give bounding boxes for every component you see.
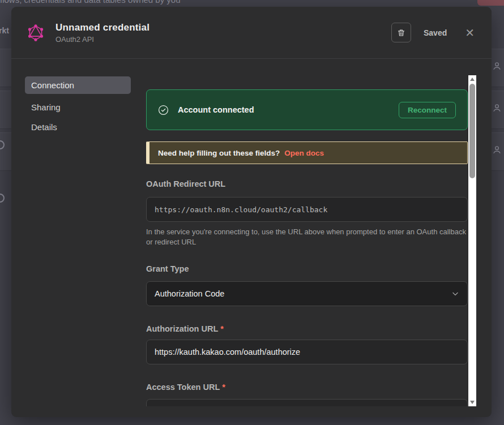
scrollbar-thumb[interactable] <box>469 84 475 178</box>
open-docs-link[interactable]: Open docs <box>284 149 324 157</box>
authorization-url-label: Authorization URL* <box>146 324 224 333</box>
tab-connection[interactable]: Connection <box>25 76 131 94</box>
account-connected-banner: Account connected Reconnect <box>146 89 468 130</box>
docs-notice: Need help filling out these fields? Open… <box>146 141 468 164</box>
credential-modal: Unnamed credential OAuth2 API Saved ✕ Co… <box>11 7 492 417</box>
person-icon <box>492 61 502 71</box>
saved-status: Saved <box>424 28 447 37</box>
background-create-button-fragment <box>477 0 504 6</box>
notice-text: Need help filling out these fields? <box>158 149 280 157</box>
credential-title[interactable]: Unnamed credential <box>55 22 150 33</box>
delete-credential-button[interactable] <box>391 23 411 42</box>
background-partial-text: rkt <box>0 26 9 35</box>
redirect-url-hint: In the service you're connecting to, use… <box>146 227 467 247</box>
reconnect-button[interactable]: Reconnect <box>399 102 456 118</box>
person-icon <box>492 103 502 113</box>
required-asterisk: * <box>222 383 225 392</box>
modal-header: Unnamed credential OAuth2 API Saved ✕ <box>11 7 492 58</box>
scroll-down-arrow-icon[interactable] <box>468 398 476 406</box>
redirect-url-value: https://oauth.n8n.cloud/oauth2/callback <box>155 205 327 214</box>
access-token-url-field[interactable] <box>146 399 468 406</box>
access-token-url-label: Access Token URL* <box>146 383 225 392</box>
scroll-up-arrow-icon[interactable] <box>468 75 476 83</box>
tab-details[interactable]: Details <box>25 118 131 136</box>
grant-type-select[interactable]: Authorization Code <box>146 281 468 306</box>
chevron-down-icon <box>451 290 459 298</box>
required-asterisk: * <box>220 324 224 333</box>
check-circle-icon <box>158 105 169 115</box>
grant-type-value: Authorization Code <box>155 289 224 298</box>
background-app-icon-fragment <box>0 194 5 203</box>
redirect-url-label: OAuth Redirect URL <box>146 179 225 188</box>
credential-type-subtitle: OAuth2 API <box>55 35 150 44</box>
redirect-url-field[interactable]: https://oauth.n8n.cloud/oauth2/callback <box>146 197 468 222</box>
banner-text: Account connected <box>178 105 254 114</box>
background-heading-text: flows, credentials and data tables owned… <box>0 0 181 5</box>
person-icon <box>492 145 502 154</box>
content-scrollbar[interactable] <box>468 75 476 406</box>
trash-icon <box>397 28 405 37</box>
access-token-url-label-text: Access Token URL <box>146 383 220 392</box>
grant-type-label: Grant Type <box>146 264 189 273</box>
authorization-url-label-text: Authorization URL <box>146 324 218 333</box>
tab-sharing[interactable]: Sharing <box>25 98 131 116</box>
graphql-logo-icon <box>26 24 45 42</box>
close-icon[interactable]: ✕ <box>463 26 477 40</box>
connection-panel: Account connected Reconnect Need help fi… <box>146 75 468 406</box>
title-block: Unnamed credential OAuth2 API <box>55 22 150 44</box>
authorization-url-value: https://kauth.kakao.com/oauth/authorize <box>155 347 300 357</box>
authorization-url-field[interactable]: https://kauth.kakao.com/oauth/authorize <box>146 340 468 364</box>
header-divider <box>11 58 492 59</box>
